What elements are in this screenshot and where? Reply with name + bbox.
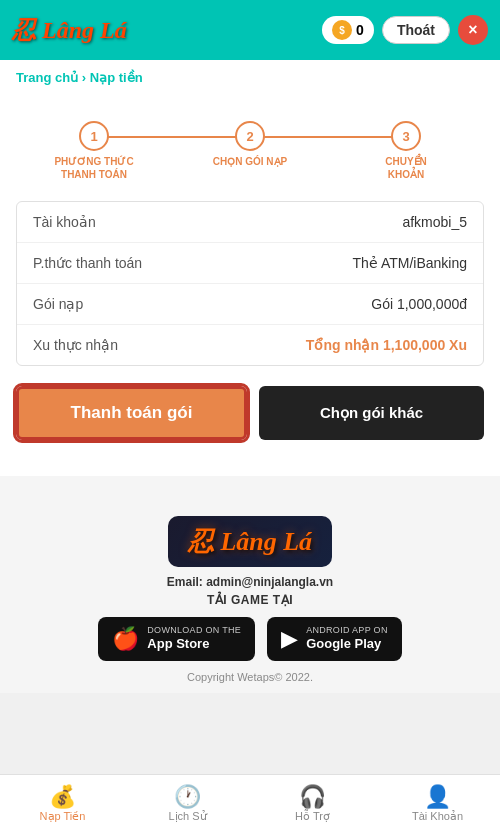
footer-copyright: Copyright Wetaps© 2022. <box>16 671 484 683</box>
step-2: 2 CHỌN GÓI NẠP <box>172 121 328 168</box>
footer-logo-container: 忍 Lâng Lá <box>16 516 484 567</box>
info-value-xu: Tổng nhận 1,100,000 Xu <box>306 337 467 353</box>
info-label-xu: Xu thực nhận <box>33 337 118 353</box>
nav-label-lichSu: Lịch Sử <box>168 810 206 823</box>
info-label-account: Tài khoản <box>33 214 96 230</box>
info-row-package: Gói nạp Gói 1,000,000đ <box>17 284 483 325</box>
pay-button[interactable]: Thanh toán gói <box>16 386 247 440</box>
appstore-sub: Download on the <box>147 625 241 636</box>
footer-email-value: admin@ninjalangla.vn <box>206 575 333 589</box>
nav-label-hoTro: Hỗ Trợ <box>295 810 330 823</box>
nav-item-hoTro[interactable]: 🎧 Hỗ Trợ <box>250 775 375 834</box>
googleplay-name: Google Play <box>306 636 388 653</box>
close-button[interactable]: × <box>458 15 488 45</box>
nav-item-taiKhoan[interactable]: 👤 Tài Khoản <box>375 775 500 834</box>
info-row-xu: Xu thực nhận Tổng nhận 1,100,000 Xu <box>17 325 483 365</box>
footer-email-prefix: Email: <box>167 575 206 589</box>
gray-divider <box>0 476 500 496</box>
main-content: 1 PHƯƠNG THỨC THANH TOÁN 2 CHỌN GÓI NẠP … <box>0 95 500 476</box>
step-2-label: CHỌN GÓI NẠP <box>213 155 287 168</box>
footer-download-label: TẢI GAME TẠI <box>16 593 484 607</box>
footer-email: Email: admin@ninjalangla.vn <box>16 575 484 589</box>
header: 忍 Lâng Lá $ 0 Thoát × <box>0 0 500 60</box>
info-row-payment: P.thức thanh toán Thẻ ATM/iBanking <box>17 243 483 284</box>
header-actions: $ 0 Thoát × <box>322 15 488 45</box>
nav-item-napTien[interactable]: 💰 Nạp Tiền <box>0 775 125 834</box>
step-3: 3 CHUYỂN KHOẢN <box>328 121 484 181</box>
breadcrumb-current: Nạp tiền <box>90 70 143 85</box>
googleplay-button[interactable]: ▶ Android App on Google Play <box>267 617 402 661</box>
choose-other-button[interactable]: Chọn gói khác <box>259 386 484 440</box>
store-buttons: 🍎 Download on the App Store ▶ Android Ap… <box>16 617 484 661</box>
footer-logo-badge: 忍 Lâng Lá <box>168 516 332 567</box>
lichSu-icon: 🕐 <box>174 786 201 808</box>
breadcrumb: Trang chủ › Nạp tiền <box>0 60 500 95</box>
apple-icon: 🍎 <box>112 628 139 650</box>
logo-text: 忍 Lâng Lá <box>12 14 127 46</box>
step-1-label: PHƯƠNG THỨC THANH TOÁN <box>54 155 134 181</box>
step-2-line-left <box>94 136 250 138</box>
info-table: Tài khoản afkmobi_5 P.thức thanh toán Th… <box>16 201 484 366</box>
info-value-package: Gói 1,000,000đ <box>371 296 467 312</box>
info-label-payment: P.thức thanh toán <box>33 255 142 271</box>
steps: 1 PHƯƠNG THỨC THANH TOÁN 2 CHỌN GÓI NẠP … <box>16 121 484 181</box>
header-logo: 忍 Lâng Lá <box>12 14 127 46</box>
action-buttons: Thanh toán gói Chọn gói khác <box>16 386 484 440</box>
step-1: 1 PHƯƠNG THỨC THANH TOÁN <box>16 121 172 181</box>
nav-label-napTien: Nạp Tiền <box>40 810 86 823</box>
logout-button[interactable]: Thoát <box>382 16 450 44</box>
googleplay-sub: Android App on <box>306 625 388 636</box>
nav-item-lichSu[interactable]: 🕐 Lịch Sử <box>125 775 250 834</box>
coin-icon: $ <box>332 20 352 40</box>
step-3-circle: 3 <box>391 121 421 151</box>
step-3-line-left <box>250 136 406 138</box>
info-value-payment: Thẻ ATM/iBanking <box>352 255 467 271</box>
footer-logo-main: 忍 Lâng Lá <box>188 524 312 559</box>
napTien-icon: 💰 <box>49 786 76 808</box>
appstore-button[interactable]: 🍎 Download on the App Store <box>98 617 255 661</box>
step-1-circle: 1 <box>79 121 109 151</box>
googleplay-text: Android App on Google Play <box>306 625 388 653</box>
coin-count: 0 <box>356 22 364 38</box>
bottom-nav: 💰 Nạp Tiền 🕐 Lịch Sử 🎧 Hỗ Trợ 👤 Tài Khoả… <box>0 774 500 834</box>
appstore-text: Download on the App Store <box>147 625 241 653</box>
appstore-name: App Store <box>147 636 241 653</box>
breadcrumb-separator: › <box>82 70 86 85</box>
coin-badge: $ 0 <box>322 16 374 44</box>
footer: 忍 Lâng Lá Email: admin@ninjalangla.vn TẢ… <box>0 496 500 693</box>
taiKhoan-icon: 👤 <box>424 786 451 808</box>
hoTro-icon: 🎧 <box>299 786 326 808</box>
step-2-circle: 2 <box>235 121 265 151</box>
nav-label-taiKhoan: Tài Khoản <box>412 810 463 823</box>
step-3-label: CHUYỂN KHOẢN <box>366 155 446 181</box>
info-row-account: Tài khoản afkmobi_5 <box>17 202 483 243</box>
info-label-package: Gói nạp <box>33 296 83 312</box>
nav-spacer <box>0 693 500 753</box>
breadcrumb-home[interactable]: Trang chủ <box>16 70 78 85</box>
info-value-account: afkmobi_5 <box>402 214 467 230</box>
googleplay-icon: ▶ <box>281 628 298 650</box>
